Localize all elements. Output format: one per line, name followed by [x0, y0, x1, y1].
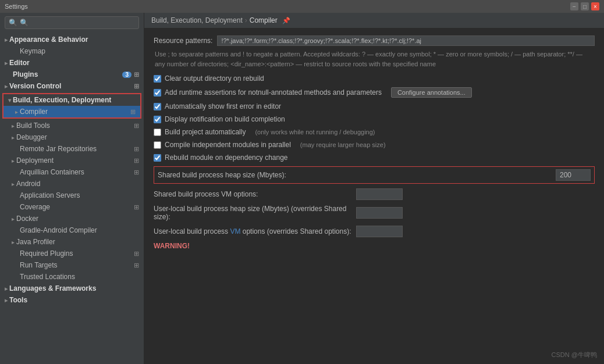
sidebar-item-label: Run Targets: [20, 261, 132, 269]
search-input[interactable]: [20, 19, 135, 27]
sidebar-item-docker[interactable]: ▸Docker: [0, 213, 144, 224]
checkbox-text-display-notification: Display notification on build completion: [165, 115, 285, 123]
breadcrumb-current: Compiler: [250, 16, 278, 24]
setting-row-compile-parallel: Compile independent modules in parallel(…: [154, 141, 595, 149]
note-build-auto: (only works while not running / debuggin…: [255, 129, 375, 135]
sidebar-item-label: Application Servers: [20, 191, 139, 199]
heap-size-input[interactable]: [556, 169, 591, 181]
edit-icon: ⊞: [134, 157, 139, 165]
checkbox-auto-show[interactable]: [154, 103, 161, 110]
sidebar-item-trusted-locations[interactable]: Trusted Locations: [0, 271, 144, 283]
main-content: 🔍 ▸Appearance & BehaviorKeymap▸EditorPlu…: [0, 13, 604, 364]
checkbox-compile-parallel[interactable]: [154, 141, 161, 149]
resource-patterns-input[interactable]: [217, 35, 595, 46]
sidebar-item-java-profiler[interactable]: ▸Java Profiler: [0, 236, 144, 248]
sidebar-item-languages[interactable]: ▸Languages & Frameworks: [0, 283, 144, 294]
setting-row-auto-show: Automatically show first error in editor: [154, 102, 595, 110]
search-box[interactable]: 🔍: [5, 16, 139, 29]
checkbox-label-auto-show[interactable]: Automatically show first error in editor: [154, 102, 281, 110]
sidebar-item-android[interactable]: ▸Android: [0, 178, 144, 190]
sidebar-item-tools[interactable]: ▸Tools: [0, 294, 144, 306]
checkbox-display-notification[interactable]: [154, 116, 161, 123]
checkbox-text-build-auto: Build project automatically: [165, 128, 246, 136]
sidebar-item-app-servers[interactable]: Application Servers: [0, 190, 144, 201]
sidebar-item-plugins[interactable]: Plugins3⊞: [0, 69, 144, 80]
minimize-button[interactable]: −: [570, 2, 578, 10]
chevron-icon: ▸: [12, 134, 15, 141]
edit-icon: ⊞: [130, 108, 136, 116]
sidebar-item-version-control[interactable]: ▸Version Control⊞: [0, 80, 144, 92]
user-vm-options-input[interactable]: [356, 226, 403, 237]
warning-section: WARNING!: [154, 242, 595, 250]
sidebar-item-label: Java Profiler: [16, 238, 139, 246]
vm-options-input[interactable]: [356, 188, 403, 200]
sidebar-item-build-execution[interactable]: ▾Build, Execution, Deployment: [3, 94, 140, 106]
sidebar-item-label: Plugins: [13, 70, 120, 78]
checkbox-label-add-runtime[interactable]: Add runtime assertions for notnull-annot…: [154, 88, 382, 97]
sidebar-item-label: Compiler: [20, 108, 128, 116]
configure-annotations-button[interactable]: Configure annotations...: [391, 87, 472, 98]
checkbox-label-build-auto[interactable]: Build project automatically: [154, 128, 246, 136]
sidebar: 🔍 ▸Appearance & BehaviorKeymap▸EditorPlu…: [0, 13, 144, 364]
checkbox-rebuild-module[interactable]: [154, 154, 161, 162]
checkbox-text-compile-parallel: Compile independent modules in parallel: [165, 141, 291, 149]
search-icon: 🔍: [9, 19, 17, 27]
chevron-icon: ▸: [12, 181, 15, 187]
sidebar-item-arquillian[interactable]: Arquillian Containers⊞: [0, 166, 144, 178]
sidebar-item-debugger[interactable]: ▸Debugger: [0, 131, 144, 143]
sidebar-item-keymap[interactable]: Keymap: [0, 45, 144, 57]
chevron-icon: ▸: [12, 123, 15, 129]
checkbox-text-clear-output: Clear output directory on rebuild: [165, 74, 264, 83]
sidebar-tree: ▸Appearance & BehaviorKeymap▸EditorPlugi…: [0, 33, 144, 364]
close-button[interactable]: ×: [591, 2, 599, 10]
checkbox-label-display-notification[interactable]: Display notification on build completion: [154, 115, 285, 123]
sidebar-item-appearance[interactable]: ▸Appearance & Behavior: [0, 34, 144, 45]
sidebar-item-label: Keymap: [20, 47, 139, 55]
sidebar-item-label: Debugger: [16, 133, 139, 141]
sidebar-item-label: Docker: [16, 215, 139, 223]
sidebar-item-label: Editor: [9, 59, 139, 67]
checkbox-label-compile-parallel[interactable]: Compile independent modules in parallel: [154, 141, 291, 149]
edit-icon: ⊞: [134, 262, 139, 269]
user-heap-size-input[interactable]: [356, 207, 403, 219]
checkbox-label-rebuild-module[interactable]: Rebuild module on dependency change: [154, 154, 288, 162]
checkbox-label-clear-output[interactable]: Clear output directory on rebuild: [154, 74, 264, 83]
checkbox-text-auto-show: Automatically show first error in editor: [165, 102, 281, 110]
sidebar-item-label: Required Plugins: [20, 249, 132, 258]
sidebar-item-run-targets[interactable]: Run Targets⊞: [0, 259, 144, 271]
sidebar-item-label: Languages & Frameworks: [9, 284, 139, 292]
setting-row-build-auto: Build project automatically(only works w…: [154, 128, 595, 136]
chevron-icon: ▾: [8, 97, 11, 104]
sidebar-item-label: Tools: [9, 296, 139, 304]
sidebar-item-coverage[interactable]: Coverage⊞: [0, 201, 144, 213]
setting-row-clear-output: Clear output directory on rebuild: [154, 74, 595, 83]
setting-row-display-notification: Display notification on build completion: [154, 115, 595, 123]
badge: 3: [122, 72, 132, 78]
heap-size-label: Shared build process heap size (Mbytes):: [158, 171, 551, 179]
checkbox-build-auto[interactable]: [154, 129, 161, 136]
warning-title: WARNING!: [154, 242, 190, 250]
sidebar-item-remote-jar[interactable]: Remote Jar Repositories⊞: [0, 143, 144, 155]
chevron-icon: ▸: [5, 297, 8, 304]
setting-row-rebuild-module: Rebuild module on dependency change: [154, 154, 595, 162]
breadcrumb-separator: ›: [245, 16, 247, 24]
edit-icon: ⊞: [134, 204, 139, 211]
sidebar-item-compiler[interactable]: ▸Compiler⊞: [3, 106, 140, 117]
sidebar-item-editor[interactable]: ▸Editor: [0, 57, 144, 69]
sidebar-item-label: Appearance & Behavior: [9, 35, 139, 44]
sidebar-item-label: Trusted Locations: [20, 273, 139, 281]
vm-options-label: Shared build process VM options:: [154, 190, 351, 198]
sidebar-item-build-tools[interactable]: ▸Build Tools⊞: [0, 120, 144, 131]
sidebar-item-required-plugins[interactable]: Required Plugins⊞: [0, 248, 144, 259]
sidebar-item-label: Gradle-Android Compiler: [20, 226, 139, 234]
sidebar-item-deployment[interactable]: ▸Deployment⊞: [0, 155, 144, 166]
settings-content: Resource patterns: Use ; to separate pat…: [144, 28, 604, 364]
maximize-button[interactable]: □: [581, 2, 589, 10]
checkbox-add-runtime[interactable]: [154, 89, 161, 97]
note-compile-parallel: (may require larger heap size): [300, 141, 386, 148]
chevron-icon: ▸: [12, 158, 15, 164]
pin-icon[interactable]: 📌: [282, 17, 290, 24]
checkbox-clear-output[interactable]: [154, 75, 161, 83]
chevron-icon: ▸: [12, 239, 15, 245]
sidebar-item-gradle-android[interactable]: Gradle-Android Compiler: [0, 224, 144, 236]
